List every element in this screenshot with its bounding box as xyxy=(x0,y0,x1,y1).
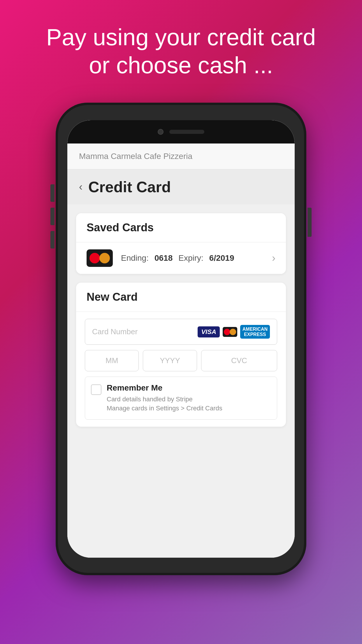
year-field[interactable]: YYYY xyxy=(143,350,197,371)
headline-text: Pay using your credit card or choose cas… xyxy=(0,23,362,79)
phone-shell: Mamma Carmela Cafe Pizzeria ‹ Credit Car… xyxy=(56,103,306,575)
card-number-field[interactable]: Card Number VISA AMERICAN EXPRESS xyxy=(85,319,277,345)
mastercard-badge xyxy=(223,327,237,337)
nav-bar: Mamma Carmela Cafe Pizzeria xyxy=(67,144,295,169)
camera-icon xyxy=(158,129,164,135)
amex-logo: AMERICAN EXPRESS xyxy=(240,325,270,339)
remember-me-subtitle-2: Manage cards in Settings > Credit Cards xyxy=(107,404,271,413)
phone-mockup: Mamma Carmela Cafe Pizzeria ‹ Credit Car… xyxy=(56,103,306,575)
new-card-header: New Card xyxy=(76,283,286,312)
remember-me-checkbox[interactable] xyxy=(91,384,101,395)
phone-top-bar xyxy=(67,120,295,144)
remember-me-subtitle-1: Card details handled by Stripe xyxy=(107,395,271,404)
back-button[interactable]: ‹ xyxy=(79,181,82,193)
new-card-section: New Card Card Number VISA xyxy=(76,283,286,427)
remember-me-title: Remember Me xyxy=(107,383,271,393)
month-field[interactable]: MM xyxy=(85,350,139,371)
mc-badge-left xyxy=(224,329,230,335)
phone-screen: Mamma Carmela Cafe Pizzeria ‹ Credit Car… xyxy=(67,120,295,558)
ending-value: 0618 xyxy=(154,253,173,263)
restaurant-name: Mamma Carmela Cafe Pizzeria xyxy=(79,152,283,161)
remember-me-box: Remember Me Card details handled by Stri… xyxy=(85,377,277,420)
card-info: Ending: 0618 Expiry: 6/2019 xyxy=(121,253,264,263)
page-header: ‹ Credit Card xyxy=(67,169,295,204)
mastercard-logo xyxy=(87,249,113,267)
date-cvc-row: MM YYYY CVC xyxy=(85,350,277,371)
page-title: Credit Card xyxy=(88,178,171,196)
saved-cards-title: Saved Cards xyxy=(87,221,275,234)
saved-card-row[interactable]: Ending: 0618 Expiry: 6/2019 › xyxy=(76,242,286,274)
mc-left-circle xyxy=(89,253,100,263)
expiry-value: 6/2019 xyxy=(209,253,234,263)
card-number-placeholder: Card Number xyxy=(92,327,138,336)
card-logos: VISA AMERICAN EXPRESS xyxy=(198,325,270,339)
ending-label: Ending: xyxy=(121,253,149,263)
card-chevron-icon[interactable]: › xyxy=(272,252,275,264)
mc-badge-right xyxy=(230,329,236,335)
saved-cards-section: Saved Cards Ending: 0618 Expiry: 6/2019 xyxy=(76,213,286,274)
mc-right-circle xyxy=(99,253,110,263)
speaker-icon xyxy=(169,130,204,134)
saved-cards-header: Saved Cards xyxy=(76,213,286,242)
visa-logo: VISA xyxy=(198,326,219,337)
new-card-title: New Card xyxy=(87,291,275,303)
remember-me-text: Remember Me Card details handled by Stri… xyxy=(107,383,271,413)
app-content: Mamma Carmela Cafe Pizzeria ‹ Credit Car… xyxy=(67,144,295,558)
cvc-field[interactable]: CVC xyxy=(201,350,277,371)
card-form: Card Number VISA AMERICAN EXPRESS xyxy=(76,312,286,427)
expiry-label: Expiry: xyxy=(178,253,203,263)
